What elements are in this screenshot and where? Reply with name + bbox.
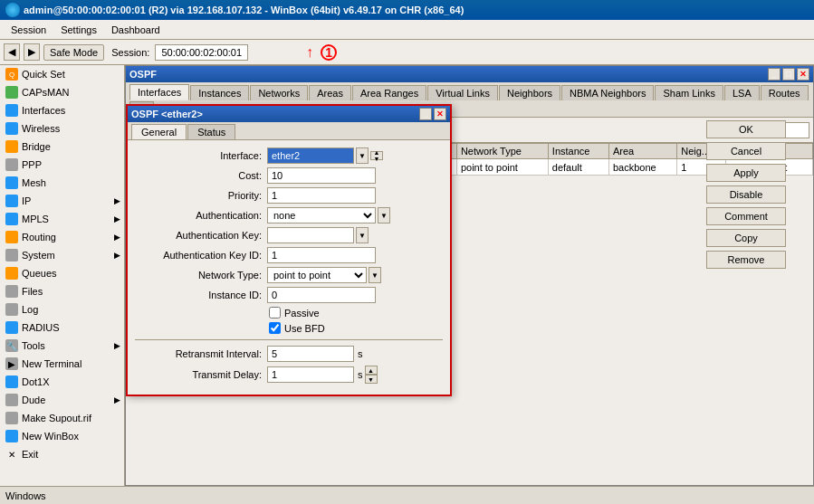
- forward-button[interactable]: ▶: [24, 43, 40, 61]
- delay-scroll-up[interactable]: ▲: [365, 366, 378, 375]
- use-bfd-checkbox[interactable]: [269, 322, 281, 334]
- tab-area-ranges[interactable]: Area Ranges: [352, 85, 426, 100]
- dialog-tab-general[interactable]: General: [131, 124, 187, 139]
- system-icon: [5, 249, 18, 262]
- interface-input[interactable]: ether2: [267, 147, 354, 164]
- dialog-tab-status[interactable]: Status: [187, 124, 235, 139]
- dialog-title-text: OSPF <ether2>: [131, 109, 203, 119]
- retransmit-unit: s: [358, 348, 363, 359]
- content-area: OSPF _ □ ✕ Interfaces Instances Networks…: [125, 65, 814, 504]
- sidebar-item-ppp[interactable]: PPP: [0, 156, 124, 174]
- copy-btn[interactable]: Copy: [706, 229, 786, 247]
- network-type-select[interactable]: point to point broadcast nbma: [267, 267, 367, 283]
- sidebar-item-new-winbox[interactable]: New WinBox: [0, 427, 124, 445]
- menu-session[interactable]: Session: [4, 23, 53, 37]
- tab-routes[interactable]: Routes: [761, 85, 809, 100]
- sidebar-item-tools[interactable]: 🔧 Tools: [0, 337, 124, 355]
- tab-lsa[interactable]: LSA: [724, 85, 760, 100]
- tab-sham-links[interactable]: Sham Links: [655, 85, 723, 100]
- instance-id-label: Instance ID:: [135, 290, 262, 300]
- sidebar-item-make-supout[interactable]: Make Supout.rif: [0, 409, 124, 427]
- transmit-delay-row: Transmit Delay: s ▲ ▼: [135, 366, 443, 384]
- sidebar-item-capsman[interactable]: CAPsMAN: [0, 83, 124, 101]
- ok-button[interactable]: OK: [706, 120, 786, 138]
- sidebar-item-exit[interactable]: ✕ Exit: [0, 445, 124, 463]
- cell-instance: default: [548, 159, 608, 176]
- sidebar-item-new-terminal[interactable]: ▶ New Terminal: [0, 355, 124, 373]
- queues-icon: [5, 267, 18, 280]
- auth-dropdown[interactable]: ▼: [378, 207, 390, 223]
- tab-interfaces[interactable]: Interfaces: [129, 84, 189, 100]
- wireless-icon: [5, 122, 18, 135]
- passive-label: Passive: [284, 308, 320, 319]
- minimize-button[interactable]: _: [768, 68, 780, 81]
- winbox-icon: [5, 430, 18, 442]
- tab-nbma-neighbors[interactable]: NBMA Neighbors: [561, 85, 654, 100]
- instance-id-input[interactable]: [267, 287, 376, 303]
- sidebar-item-mesh[interactable]: Mesh: [0, 174, 124, 192]
- cost-row: Cost:: [135, 167, 443, 184]
- interface-dialog: OSPF <ether2> _ ✕ General Status: [126, 104, 452, 396]
- sidebar-item-queues[interactable]: Queues: [0, 264, 124, 282]
- priority-label: Priority:: [135, 190, 262, 201]
- interface-dropdown[interactable]: ▼: [356, 147, 369, 164]
- remove-button[interactable]: Remove: [706, 251, 786, 269]
- sidebar-item-log[interactable]: Log: [0, 300, 124, 319]
- retransmit-row: Retransmit Interval: s: [135, 346, 443, 362]
- auth-key-dropdown[interactable]: ▼: [356, 227, 369, 243]
- tab-networks[interactable]: Networks: [250, 85, 308, 100]
- sidebar-item-files[interactable]: Files: [0, 282, 124, 300]
- apply-button[interactable]: Apply: [706, 164, 786, 182]
- auth-row: Authentication: none simple md5 ▼: [135, 207, 443, 223]
- safe-mode-button[interactable]: Safe Mode: [43, 44, 104, 61]
- cell-area: backbone: [608, 159, 676, 176]
- routing-icon: [5, 231, 18, 243]
- back-button[interactable]: ◀: [4, 43, 20, 61]
- auth-select[interactable]: none simple md5: [267, 207, 376, 223]
- tools-icon: 🔧: [5, 339, 18, 352]
- use-bfd-row: Use BFD: [269, 322, 443, 334]
- sidebar-item-routing[interactable]: Routing: [0, 228, 124, 246]
- sidebar-item-system[interactable]: System: [0, 246, 124, 264]
- sidebar-item-dude[interactable]: Dude: [0, 391, 124, 409]
- auth-key-input[interactable]: [267, 227, 354, 243]
- dialog-minimize[interactable]: _: [419, 108, 432, 120]
- close-button[interactable]: ✕: [797, 68, 809, 81]
- sidebar-item-dot1x[interactable]: Dot1X: [0, 373, 124, 391]
- passive-checkbox[interactable]: [269, 307, 281, 319]
- sidebar-item-mpls[interactable]: MPLS: [0, 210, 124, 228]
- log-icon: [5, 303, 18, 316]
- scroll-up[interactable]: ▲ ▼: [370, 151, 383, 160]
- comment-button[interactable]: Comment: [706, 207, 786, 225]
- sidebar-item-quickset[interactable]: Q Quick Set: [0, 65, 124, 83]
- auth-key-id-input[interactable]: [267, 247, 376, 263]
- transmit-delay-input[interactable]: [267, 366, 354, 383]
- sidebar-item-wireless[interactable]: Wireless: [0, 119, 124, 138]
- title-text: admin@50:00:00:02:00:01 (R2) via 192.168…: [24, 5, 464, 15]
- tab-virtual-links[interactable]: Virtual Links: [427, 85, 498, 100]
- tab-neighbors[interactable]: Neighbors: [499, 85, 560, 100]
- dialog-close[interactable]: ✕: [434, 108, 446, 120]
- cancel-button[interactable]: Cancel: [706, 142, 786, 160]
- main-toolbar: ◀ ▶ Safe Mode Session: 50:00:00:02:00:01…: [0, 40, 814, 65]
- network-type-dropdown[interactable]: ▼: [369, 267, 381, 283]
- tab-areas[interactable]: Areas: [309, 85, 351, 100]
- button-panel: OK Cancel Apply Disable Comment Copy Rem…: [706, 120, 786, 269]
- auth-key-id-label: Authentication Key ID:: [135, 250, 262, 261]
- tab-instances[interactable]: Instances: [190, 85, 249, 100]
- priority-input[interactable]: [267, 187, 376, 204]
- cost-input[interactable]: [267, 167, 376, 184]
- maximize-button[interactable]: □: [782, 68, 795, 81]
- annotation-arrow: ↑: [306, 44, 313, 61]
- sidebar-item-bridge[interactable]: Bridge: [0, 138, 124, 156]
- disable-button[interactable]: Disable: [706, 185, 786, 204]
- sidebar-item-radius[interactable]: RADIUS: [0, 319, 124, 337]
- menu-dashboard[interactable]: Dashboard: [104, 23, 168, 37]
- dialog-tab-bar: General Status: [128, 122, 450, 140]
- delay-scroll-down[interactable]: ▼: [365, 375, 378, 384]
- retransmit-input[interactable]: [267, 346, 354, 362]
- menu-settings[interactable]: Settings: [53, 23, 104, 37]
- main-container: Q Quick Set CAPsMAN Interfaces Wireless …: [0, 65, 814, 504]
- sidebar-item-interfaces[interactable]: Interfaces: [0, 101, 124, 119]
- sidebar-item-ip[interactable]: IP: [0, 192, 124, 210]
